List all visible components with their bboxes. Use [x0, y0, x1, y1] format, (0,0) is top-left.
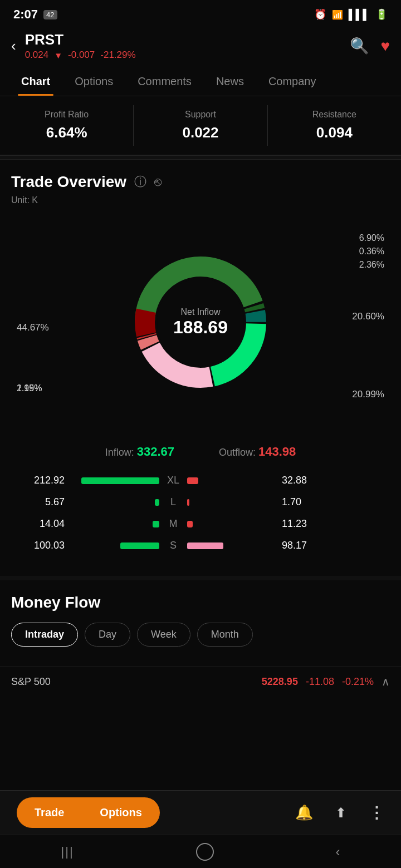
m-right-val: 11.23: [276, 518, 321, 530]
options-button[interactable]: Options: [82, 797, 160, 828]
status-bar: 2:07 42 ⏰ 📶 ▌▌▌ 🔋: [0, 0, 401, 27]
more-icon[interactable]: ⋮: [369, 803, 384, 822]
section-title-row: Trade Overview ⓘ ⎋: [11, 173, 390, 191]
period-tab-day[interactable]: Day: [85, 623, 130, 647]
outflow-value: 143.98: [258, 445, 296, 458]
sys-home-button[interactable]: [196, 843, 214, 861]
xl-right-val: 32.88: [276, 475, 321, 486]
ticker-price: 0.024: [25, 50, 49, 61]
chart-label-4467: 44.67%: [17, 322, 49, 333]
support-value: 0.022: [182, 124, 218, 141]
search-button[interactable]: 🔍: [350, 37, 369, 55]
stat-resistance: Resistance 0.094: [268, 105, 401, 146]
inflow-label: Inflow:: [105, 447, 134, 458]
sys-menu-button[interactable]: |||: [61, 845, 74, 859]
m-green-bar: [153, 521, 159, 527]
l-right-val: 1.70: [276, 496, 321, 508]
sp500-vals: 5228.95 -11.08 -0.21% ∧: [262, 675, 390, 688]
expand-icon[interactable]: ∧: [382, 675, 390, 688]
tab-chart[interactable]: Chart: [9, 67, 62, 96]
share-icon[interactable]: ⎋: [154, 175, 162, 189]
header: ‹ PRST 0.024 ▼ -0.007 -21.29% 🔍 ♥: [0, 27, 401, 67]
trade-options-group: Trade Options: [17, 797, 200, 828]
outflow-item: Outflow: 143.98: [219, 445, 296, 459]
chart-label-236: 2.36%: [359, 260, 384, 270]
favorite-button[interactable]: ♥: [380, 37, 390, 55]
system-nav: ||| ‹: [0, 835, 401, 868]
period-tabs: Intraday Day Week Month: [11, 623, 390, 647]
trade-row-s: 100.03 S 98.17: [20, 540, 381, 551]
tab-company[interactable]: Company: [256, 67, 329, 96]
flow-summary: Inflow: 332.67 Outflow: 143.98: [11, 445, 390, 459]
sp500-change: -11.08: [306, 676, 334, 688]
ticker-pct: -21.29%: [100, 50, 135, 61]
ticker-name: PRST: [25, 31, 136, 48]
tab-news[interactable]: News: [204, 67, 256, 96]
chart-label-036: 0.36%: [359, 246, 384, 257]
trade-row-xl: 212.92 XL 32.88: [20, 475, 381, 486]
bottom-nav-icons: 🔔 ⬆ ⋮: [200, 803, 384, 822]
xl-label: XL: [159, 475, 187, 486]
resistance-label: Resistance: [312, 110, 356, 120]
header-right: 🔍 ♥: [350, 37, 390, 55]
bottom-nav: Trade Options 🔔 ⬆ ⋮: [0, 790, 401, 835]
tab-options[interactable]: Options: [62, 67, 125, 96]
inflow-item: Inflow: 332.67: [105, 445, 174, 459]
period-tab-month[interactable]: Month: [197, 623, 253, 647]
chart-label-2099: 20.99%: [352, 389, 384, 400]
back-button[interactable]: ‹: [11, 37, 16, 55]
xl-left-val: 212.92: [20, 475, 70, 486]
l-red-bar: [187, 499, 189, 506]
l-green-bar: [155, 499, 159, 506]
m-left-bar: [70, 521, 159, 527]
profit-ratio-label: Profit Ratio: [45, 110, 89, 120]
trade-button[interactable]: Trade: [17, 797, 82, 828]
donut-chart: Net Inflow 188.69: [123, 244, 278, 400]
outflow-label: Outflow:: [219, 447, 256, 458]
stat-profit-ratio: Profit Ratio 6.64%: [0, 105, 134, 146]
xl-green-bar: [81, 477, 159, 484]
info-icon[interactable]: ⓘ: [134, 174, 146, 190]
bottom-ticker[interactable]: S&P 500 5228.95 -11.08 -0.21% ∧: [0, 667, 401, 696]
donut-center: Net Inflow 188.69: [173, 307, 228, 338]
sp500-price: 5228.95: [262, 676, 298, 688]
trade-size-rows: 212.92 XL 32.88 5.67 L 1.70 14.04: [11, 475, 390, 551]
bars-icon: ▌▌▌: [349, 9, 370, 21]
battery-icon: 🔋: [375, 8, 388, 21]
bell-icon[interactable]: 🔔: [295, 804, 313, 821]
s-right-val: 98.17: [276, 540, 321, 551]
sys-back-button[interactable]: ‹: [336, 844, 340, 860]
trade-row-m: 14.04 M 11.23: [20, 518, 381, 530]
s-right-bar: [187, 542, 276, 549]
status-time: 2:07: [13, 7, 38, 22]
ticker-price-row: 0.024 ▼ -0.007 -21.29%: [25, 50, 136, 61]
tab-comments[interactable]: Comments: [125, 67, 204, 96]
m-left-val: 14.04: [20, 518, 70, 530]
alarm-icon: ⏰: [314, 8, 326, 21]
m-label: M: [159, 518, 187, 530]
signal-icon: 📶: [332, 9, 343, 20]
money-flow-title: Money Flow: [11, 594, 390, 611]
stat-support: Support 0.022: [134, 105, 267, 146]
m-right-bar: [187, 521, 276, 527]
upload-icon[interactable]: ⬆: [335, 805, 346, 821]
header-left: ‹ PRST 0.024 ▼ -0.007 -21.29%: [11, 31, 136, 61]
support-label: Support: [185, 110, 216, 120]
period-tab-intraday[interactable]: Intraday: [11, 623, 78, 647]
l-left-val: 5.67: [20, 496, 70, 508]
section-divider: [0, 155, 401, 160]
resistance-value: 0.094: [316, 124, 353, 141]
sp500-name: S&P 500: [11, 676, 51, 688]
chart-label-295: 2.95%: [17, 383, 42, 393]
l-right-bar: [187, 499, 276, 506]
nav-tabs: Chart Options Comments News Company: [0, 67, 401, 96]
s-label: S: [159, 540, 187, 551]
s-left-bar: [70, 542, 159, 549]
period-tab-week[interactable]: Week: [137, 623, 190, 647]
sp500-pct: -0.21%: [342, 676, 374, 688]
xl-left-bar: [70, 477, 159, 484]
s-left-val: 100.03: [20, 540, 70, 551]
l-left-bar: [70, 499, 159, 506]
xl-right-bar: [187, 477, 276, 484]
stats-row: Profit Ratio 6.64% Support 0.022 Resista…: [0, 96, 401, 155]
